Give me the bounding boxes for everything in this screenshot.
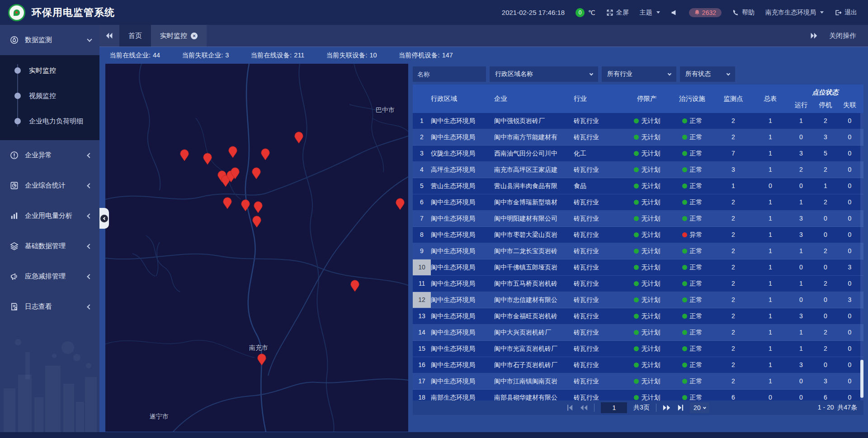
- cell-industry: 砖瓦行业: [574, 357, 624, 373]
- map-pin-icon[interactable]: [241, 199, 250, 212]
- sidebar-item-power-analysis[interactable]: 企业用电量分析: [0, 201, 99, 231]
- help-button[interactable]: 帮助: [732, 9, 755, 17]
- alarm-count-badge[interactable]: 2632: [689, 8, 722, 17]
- sidebar-item-data-monitor[interactable]: 数据监测: [0, 25, 99, 55]
- sidebar-item-emergency[interactable]: 应急减排管理: [0, 261, 99, 292]
- cell-industry: 砖瓦行业: [574, 308, 624, 324]
- table-row[interactable]: 17阆中生态环境局阆中市江南镇阆南页岩砖瓦行业无计划正常21030: [413, 373, 863, 390]
- sidebar-subitem-label: 实时监控: [29, 66, 56, 75]
- cell-stopped: 2: [813, 325, 838, 340]
- table-scrollbar[interactable]: [860, 113, 863, 400]
- prev-page-button[interactable]: [580, 405, 588, 411]
- sidebar-item-label: 应急减排管理: [25, 272, 88, 281]
- status-dot-green-icon: [634, 265, 639, 270]
- table-row[interactable]: 1阆中生态环境局阆中强锐页岩砖厂砖瓦行业无计划正常21120: [413, 113, 863, 129]
- tabbar-right: 关闭操作: [810, 25, 868, 47]
- page-size-select[interactable]: 20: [690, 402, 709, 413]
- table-row[interactable]: 7阆中生态环境局阆中明阳建材有限公司砖瓦行业无计划正常21300: [413, 211, 863, 227]
- status-dot-green-icon: [682, 216, 687, 221]
- last-page-button[interactable]: [677, 405, 684, 411]
- sidebar-subitem-视频监控[interactable]: 视频监控: [0, 83, 99, 108]
- table-row[interactable]: 6阆中生态环境局阆中市金博瑞新型墙材砖瓦行业无计划正常21120: [413, 194, 863, 211]
- map-pin-icon[interactable]: [203, 153, 212, 165]
- close-operations-button[interactable]: 关闭操作: [829, 32, 856, 40]
- map-pin-icon[interactable]: [223, 197, 232, 209]
- map-pin-icon[interactable]: [350, 280, 359, 292]
- org-dropdown[interactable]: 南充市生态环境局: [765, 9, 824, 17]
- fullscreen-label: 全屏: [616, 9, 629, 17]
- cell-stopped: 2: [813, 243, 838, 259]
- status-filter-select[interactable]: 所有状态: [680, 66, 735, 82]
- logout-button[interactable]: 退出: [835, 9, 857, 17]
- next-page-button[interactable]: [663, 405, 670, 411]
- table-row[interactable]: 4高坪生态环境局南充市高坪区王家店建砖瓦行业无计划正常31220: [413, 162, 863, 178]
- cell-row-number: 15: [413, 341, 431, 357]
- tab-home[interactable]: 首页: [119, 25, 151, 47]
- industry-filter-select[interactable]: 所有行业: [602, 66, 676, 82]
- region-filter-select[interactable]: 行政区域名称: [490, 66, 598, 82]
- map-pin-icon[interactable]: [228, 146, 237, 158]
- map-pin-icon[interactable]: [294, 132, 303, 144]
- table-row[interactable]: 18南部生态环境局南部县砌华建材有限公砖瓦行业无计划正常60060: [413, 390, 863, 400]
- map-pin-icon[interactable]: [252, 216, 261, 228]
- name-filter-input[interactable]: [413, 66, 486, 82]
- cell-total-meters: 1: [752, 341, 789, 357]
- first-page-button[interactable]: [567, 405, 574, 411]
- cell-stopped: 6: [813, 390, 838, 400]
- cell-company: 阆中市光富页岩机砖厂: [494, 341, 574, 357]
- sidebar-item-enterprise-abnormal[interactable]: 企业异常: [0, 140, 99, 170]
- cell-row-number: 10: [413, 259, 431, 275]
- table-row[interactable]: 11阆中生态环境局阆中市五马桥页岩机砖砖瓦行业无计划正常21120: [413, 276, 863, 292]
- sidebar-collapse-button[interactable]: [99, 208, 109, 229]
- sidebar-item-enterprise-stats[interactable]: 企业综合统计: [0, 170, 99, 201]
- logout-label: 退出: [844, 9, 857, 17]
- sidebar-item-logs[interactable]: 日志查看: [0, 292, 99, 322]
- sidebar-subitem-企业电力负荷明细[interactable]: 企业电力负荷明细: [0, 108, 99, 134]
- cell-region: 阆中生态环境局: [431, 113, 494, 129]
- cell-region: 阆中生态环境局: [431, 373, 494, 389]
- scrollbar-thumb[interactable]: [860, 360, 863, 398]
- cell-region: 阆中生态环境局: [431, 325, 494, 340]
- stat-value: 44: [153, 52, 160, 59]
- tab-close-icon[interactable]: ×: [191, 33, 198, 39]
- cell-facility-status: 正常: [670, 308, 715, 324]
- cell-monitor-points: 2: [715, 276, 752, 292]
- table-row[interactable]: 10阆中生态环境局阆中千佛镇五郎垭页岩砖瓦行业无计划正常21003: [413, 259, 863, 276]
- map-pin-icon[interactable]: [396, 198, 405, 210]
- table-row[interactable]: 13阆中生态环境局阆中市金福旺页岩机砖砖瓦行业无计划正常21300: [413, 308, 863, 325]
- status-dot-green-icon: [634, 395, 639, 400]
- tab-realtime-monitor[interactable]: 实时监控 ×: [151, 25, 207, 47]
- map-pin-icon[interactable]: [254, 201, 263, 213]
- map-pin-icon[interactable]: [257, 353, 266, 366]
- table-row[interactable]: 5营山生态环境局营山县润丰肉食品有限食品无计划正常10010: [413, 178, 863, 194]
- page-number-input[interactable]: [601, 402, 627, 413]
- sidebar-subitem-实时监控[interactable]: 实时监控: [0, 58, 99, 83]
- table-row[interactable]: 9阆中生态环境局阆中市二龙长宝页岩砖砖瓦行业无计划正常21120: [413, 243, 863, 259]
- cell-region: 营山生态环境局: [431, 178, 494, 194]
- map-pin-icon[interactable]: [231, 167, 240, 179]
- header-actions: 2021-02-25 17:46:18 0 ℃ 全屏 主题 2632: [502, 8, 857, 17]
- tabs-scroll-left-button[interactable]: [99, 25, 119, 47]
- table-row[interactable]: 3仪陇生态环境局西南油气田分公司川中化工无计划正常71350: [413, 146, 863, 162]
- sidebar-subitem-label: 视频监控: [29, 92, 56, 100]
- map-panel[interactable]: 巴中市南充市遂宁市: [105, 64, 408, 432]
- map-pin-icon[interactable]: [180, 149, 189, 161]
- page-size-value: 20: [693, 404, 701, 411]
- map-pin-icon[interactable]: [252, 167, 261, 179]
- table-row[interactable]: 2阆中生态环境局阆中市南方节能建材有砖瓦行业无计划正常21030: [413, 129, 863, 146]
- table-row[interactable]: 8阆中生态环境局阆中市枣碧大梁山页岩砖瓦行业无计划异常21300: [413, 227, 863, 243]
- theme-dropdown[interactable]: 主题: [640, 9, 660, 17]
- map-pin-icon[interactable]: [261, 148, 270, 160]
- stat-label: 当前在线设备:: [250, 52, 292, 59]
- column-header-行业: 行业: [574, 85, 624, 113]
- table-row[interactable]: 15阆中生态环境局阆中市光富页岩机砖厂砖瓦行业无计划正常21120: [413, 341, 863, 357]
- fullscreen-button[interactable]: 全屏: [606, 9, 629, 17]
- sidebar-item-base-data[interactable]: 基础数据管理: [0, 231, 99, 261]
- table-row[interactable]: 14阆中生态环境局阆中大兴页岩机砖厂砖瓦行业无计划正常21120: [413, 325, 863, 341]
- tabs-scroll-right-button[interactable]: [810, 33, 817, 39]
- stats-bar: 当前在线企业:44当前失联企业:3当前在线设备:211当前失联设备:10当前停机…: [99, 47, 868, 64]
- mute-button[interactable]: [671, 9, 678, 16]
- table-row[interactable]: 12阆中生态环境局阆中市忠信建材有限公砖瓦行业无计划正常21003: [413, 292, 863, 308]
- cell-industry: 砖瓦行业: [574, 243, 624, 259]
- table-row[interactable]: 16阆中生态环境局阆中市石子页岩机砖厂砖瓦行业无计划正常21300: [413, 357, 863, 373]
